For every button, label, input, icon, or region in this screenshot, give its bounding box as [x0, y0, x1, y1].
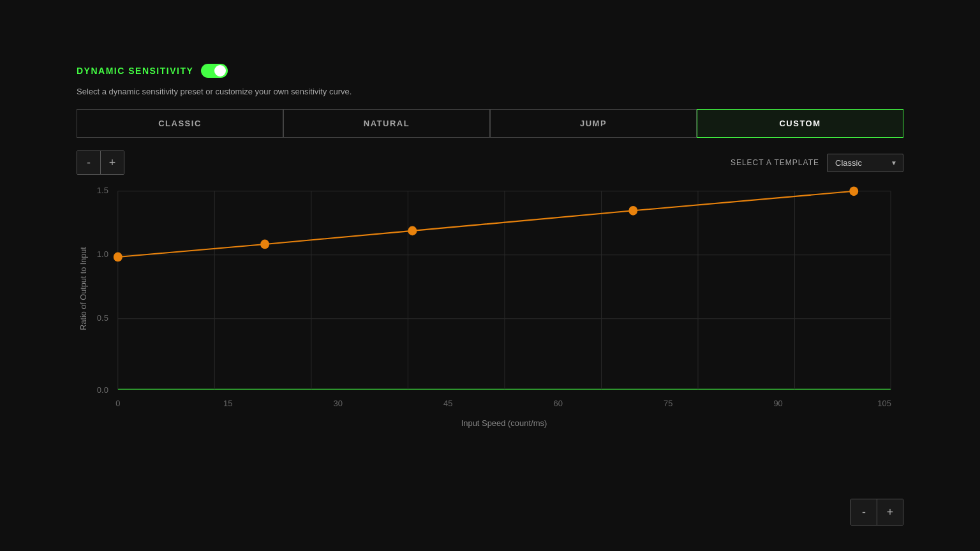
x-tick-45: 45 — [443, 398, 452, 408]
data-point-2[interactable] — [408, 226, 417, 236]
data-point-3[interactable] — [628, 206, 637, 216]
main-container: DYNAMIC SENSITIVITY Select a dynamic sen… — [0, 0, 980, 462]
preset-buttons: CLASSIC NATURAL JUMP CUSTOM — [77, 109, 903, 138]
sensitivity-line — [118, 191, 854, 257]
data-point-0[interactable] — [114, 253, 122, 262]
template-select-wrapper: Classic Natural Jump — [827, 154, 903, 172]
x-tick-105: 105 — [877, 398, 891, 408]
dynamic-sensitivity-toggle[interactable] — [201, 64, 228, 78]
zoom-buttons-top: - + — [77, 151, 124, 175]
template-select[interactable]: Classic Natural Jump — [827, 154, 903, 172]
sensitivity-chart: 1.5 1.0 0.5 0.0 Ratio of Output to Input — [77, 181, 903, 436]
preset-btn-classic[interactable]: CLASSIC — [77, 109, 283, 138]
zoom-minus-bottom[interactable]: - — [851, 499, 877, 525]
description-text: Select a dynamic sensitivity preset or c… — [77, 87, 903, 96]
sensitivity-header: DYNAMIC SENSITIVITY — [77, 64, 903, 78]
y-axis-label: Ratio of Output to Input — [79, 247, 88, 330]
y-tick-1.5: 1.5 — [97, 186, 108, 195]
y-tick-0.5: 0.5 — [97, 313, 108, 323]
template-row: SELECT A TEMPLATE Classic Natural Jump — [731, 154, 903, 172]
data-point-1[interactable] — [260, 240, 269, 249]
chart-container: 1.5 1.0 0.5 0.0 Ratio of Output to Input — [77, 181, 903, 436]
zoom-buttons-bottom: - + — [850, 499, 903, 525]
zoom-plus-top[interactable]: + — [101, 151, 124, 174]
zoom-plus-bottom[interactable]: + — [877, 499, 903, 525]
template-label: SELECT A TEMPLATE — [731, 158, 819, 167]
x-tick-15: 15 — [223, 398, 232, 408]
x-tick-90: 90 — [773, 398, 782, 408]
x-axis-label: Input Speed (count/ms) — [461, 418, 547, 428]
controls-row: - + SELECT A TEMPLATE Classic Natural Ju… — [77, 151, 903, 175]
preset-btn-custom[interactable]: CUSTOM — [697, 109, 903, 138]
preset-btn-jump[interactable]: JUMP — [490, 109, 697, 138]
x-tick-75: 75 — [664, 398, 672, 408]
data-point-4[interactable] — [849, 186, 858, 196]
sensitivity-label: DYNAMIC SENSITIVITY — [77, 66, 193, 76]
x-tick-60: 60 — [553, 398, 562, 408]
x-tick-30: 30 — [334, 398, 343, 408]
x-tick-0: 0 — [115, 398, 120, 408]
zoom-minus-top[interactable]: - — [77, 151, 100, 174]
y-tick-1.0: 1.0 — [97, 249, 108, 259]
preset-btn-natural[interactable]: NATURAL — [283, 109, 490, 138]
y-tick-0.0: 0.0 — [97, 385, 108, 394]
toggle-knob — [214, 65, 226, 77]
